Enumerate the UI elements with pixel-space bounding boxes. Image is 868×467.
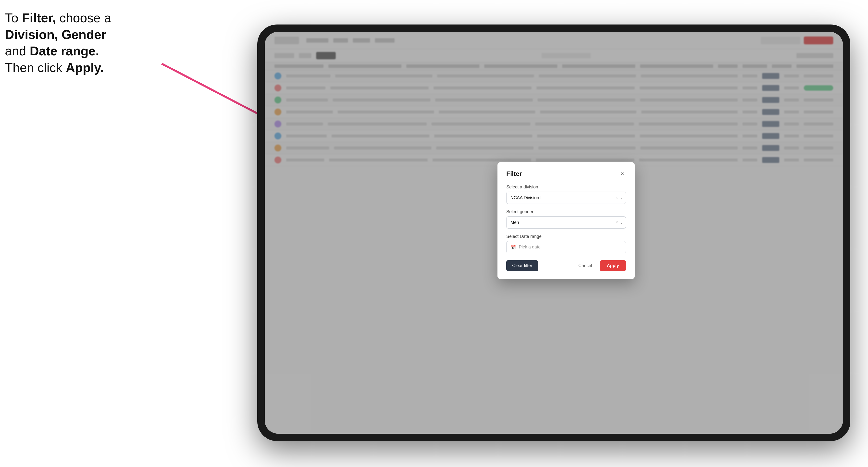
modal-overlay: Filter × Select a division NCAA Division…: [265, 32, 843, 434]
calendar-icon: 📅: [510, 245, 516, 250]
date-label: Select Date range: [506, 234, 626, 239]
modal-close-button[interactable]: ×: [619, 170, 626, 177]
modal-footer: Clear filter Cancel Apply: [506, 260, 626, 271]
footer-right: Cancel Apply: [575, 260, 626, 271]
modal-header: Filter ×: [506, 170, 626, 178]
division-select-wrapper[interactable]: NCAA Division I NCAA Division II NCAA Di…: [506, 192, 626, 204]
gender-form-group: Select gender Men Women Co-ed × ⌄: [506, 209, 626, 228]
date-placeholder: Pick a date: [519, 245, 540, 250]
clear-filter-button[interactable]: Clear filter: [506, 260, 538, 271]
gender-label: Select gender: [506, 209, 626, 214]
modal-title: Filter: [506, 170, 522, 178]
gender-select-wrapper[interactable]: Men Women Co-ed × ⌄: [506, 216, 626, 228]
filter-modal: Filter × Select a division NCAA Division…: [497, 162, 635, 279]
tablet-frame: Filter × Select a division NCAA Division…: [257, 25, 850, 441]
tablet-screen: Filter × Select a division NCAA Division…: [265, 32, 843, 434]
gender-select[interactable]: Men Women Co-ed: [506, 216, 626, 228]
division-select[interactable]: NCAA Division I NCAA Division II NCAA Di…: [506, 192, 626, 204]
cancel-button[interactable]: Cancel: [575, 260, 596, 271]
date-form-group: Select Date range 📅 Pick a date: [506, 234, 626, 253]
division-form-group: Select a division NCAA Division I NCAA D…: [506, 185, 626, 204]
division-label: Select a division: [506, 185, 626, 190]
date-input[interactable]: 📅 Pick a date: [506, 241, 626, 253]
instruction-text: To Filter, choose a Division, Gender and…: [5, 10, 147, 76]
apply-button[interactable]: Apply: [600, 260, 626, 271]
